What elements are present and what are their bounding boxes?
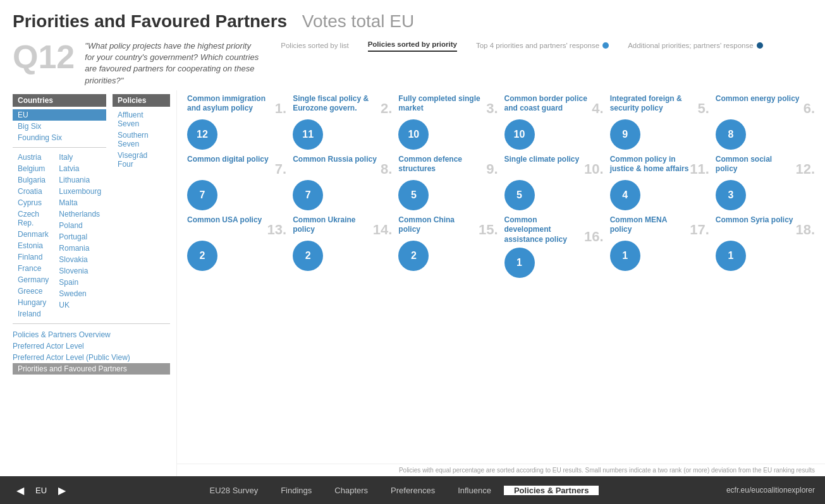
sidebar-founding-six[interactable]: Founding Six bbox=[13, 132, 106, 143]
policy-name: Common energy policy bbox=[716, 94, 800, 117]
nav-eu28[interactable]: EU28 Survey bbox=[200, 486, 269, 495]
sidebar-hungary[interactable]: Hungary bbox=[13, 297, 54, 308]
policy-cell-3[interactable]: Fully completed single market3.10 bbox=[398, 94, 498, 150]
policy-rank: 9. bbox=[486, 161, 498, 177]
sidebar-cyprus[interactable]: Cyprus bbox=[13, 197, 54, 208]
policy-rank: 14. bbox=[373, 222, 393, 238]
sidebar-sweden[interactable]: Sweden bbox=[54, 288, 106, 299]
dot-blue-icon bbox=[602, 42, 609, 49]
policy-rank: 7. bbox=[275, 161, 286, 177]
sidebar-czech[interactable]: Czech Rep. bbox=[13, 208, 54, 229]
sidebar-southern[interactable]: Southern Seven bbox=[113, 129, 170, 150]
sidebar-link-actor[interactable]: Preferred Actor Level bbox=[13, 340, 170, 352]
policy-value: 2 bbox=[293, 241, 323, 271]
sidebar-link-actor-public[interactable]: Preferred Actor Level (Public View) bbox=[13, 352, 170, 363]
policy-name: Common Russia policy bbox=[293, 155, 377, 177]
sidebar-netherlands[interactable]: Netherlands bbox=[54, 208, 106, 220]
policy-cell-9[interactable]: Common defence structures9.5 bbox=[398, 155, 498, 210]
sidebar-big-six[interactable]: Big Six bbox=[13, 121, 106, 132]
policy-cell-8[interactable]: Common Russia policy8.7 bbox=[293, 155, 392, 210]
sidebar-spain[interactable]: Spain bbox=[54, 277, 106, 288]
sidebar-belgium[interactable]: Belgium bbox=[13, 163, 54, 174]
policy-value: 1 bbox=[610, 241, 640, 271]
sidebar-romania[interactable]: Romania bbox=[54, 243, 106, 254]
policy-cell-7[interactable]: Common digital policy7.7 bbox=[187, 155, 286, 210]
sidebar-finland[interactable]: Finland bbox=[13, 251, 54, 263]
policy-cell-11[interactable]: Common policy in justice & home affairs1… bbox=[610, 155, 709, 210]
question-text: What policy projects have the highest pr… bbox=[85, 40, 262, 87]
sidebar-latvia[interactable]: Latvia bbox=[54, 163, 106, 174]
nav-prev-arrow[interactable]: ◀ bbox=[10, 484, 30, 496]
sidebar-denmark[interactable]: Denmark bbox=[13, 229, 54, 240]
policy-cell-12[interactable]: Common social policy12.3 bbox=[716, 155, 815, 210]
nav-chapters[interactable]: Chapters bbox=[324, 486, 378, 495]
policy-rank: 3. bbox=[486, 100, 498, 117]
policy-name: Common USA policy bbox=[187, 215, 262, 238]
sidebar: Countries EU Big Six Founding Six Austri… bbox=[0, 90, 177, 476]
content-area: Countries EU Big Six Founding Six Austri… bbox=[0, 90, 825, 476]
sidebar-austria[interactable]: Austria bbox=[13, 152, 54, 163]
policy-value: 1 bbox=[716, 241, 746, 271]
sidebar-italy[interactable]: Italy bbox=[54, 152, 106, 163]
policy-cell-2[interactable]: Single fiscal policy & Eurozone govern.2… bbox=[293, 94, 392, 150]
policy-rank: 4. bbox=[592, 100, 603, 117]
page-title: Priorities and Favoured Partners bbox=[13, 11, 287, 31]
policy-name: Common Ukraine policy bbox=[293, 215, 373, 238]
sidebar-lithuania[interactable]: Lithuania bbox=[54, 174, 106, 186]
app-container: Priorities and Favoured Partners Votes t… bbox=[0, 0, 825, 504]
sidebar-affluent[interactable]: Affluent Seven bbox=[113, 109, 170, 129]
sidebar-visegrad[interactable]: Visegrád Four bbox=[113, 150, 170, 170]
sidebar-france[interactable]: France bbox=[13, 263, 54, 274]
policy-value: 3 bbox=[716, 180, 746, 210]
sidebar-link-priorities[interactable]: Priorities and Favoured Partners bbox=[13, 363, 170, 375]
sidebar-ireland[interactable]: Ireland bbox=[13, 308, 54, 320]
policies-header: Policies bbox=[113, 94, 170, 107]
nav-influence[interactable]: Influence bbox=[448, 486, 501, 495]
nav-preferences[interactable]: Preferences bbox=[381, 486, 445, 495]
policy-cell-15[interactable]: Common China policy15.2 bbox=[398, 215, 498, 278]
nav-findings[interactable]: Findings bbox=[271, 486, 322, 495]
countries-col1: Austria Belgium Bulgaria Croatia Cyprus … bbox=[13, 152, 54, 320]
policy-cell-13[interactable]: Common USA policy13.2 bbox=[187, 215, 286, 278]
policy-rank: 15. bbox=[479, 222, 498, 238]
header: Priorities and Favoured Partners Votes t… bbox=[0, 0, 825, 37]
policy-cell-10[interactable]: Single climate policy10.5 bbox=[504, 155, 604, 210]
policy-cell-6[interactable]: Common energy policy6.8 bbox=[716, 94, 815, 150]
sidebar-slovakia[interactable]: Slovakia bbox=[54, 254, 106, 265]
sidebar-luxembourg[interactable]: Luxembourg bbox=[54, 186, 106, 197]
tab-additional[interactable]: Additional priorities; partners' respons… bbox=[628, 42, 762, 52]
policy-name: Common social policy bbox=[716, 155, 796, 177]
sidebar-link-overview[interactable]: Policies & Partners Overview bbox=[13, 329, 170, 340]
policy-value: 9 bbox=[610, 119, 640, 150]
sidebar-poland[interactable]: Poland bbox=[54, 220, 106, 231]
policy-cell-4[interactable]: Common border police and coast guard4.10 bbox=[504, 94, 604, 150]
tab-by-list[interactable]: Policies sorted by list bbox=[281, 42, 348, 52]
sidebar-eu[interactable]: EU bbox=[13, 109, 106, 121]
tab-top4[interactable]: Top 4 priorities and partners' response bbox=[476, 42, 609, 52]
sidebar-greece[interactable]: Greece bbox=[13, 285, 54, 297]
sidebar-bulgaria[interactable]: Bulgaria bbox=[13, 174, 54, 186]
policy-cell-1[interactable]: Common immigration and asylum policy1.12 bbox=[187, 94, 286, 150]
sidebar-portugal[interactable]: Portugal bbox=[54, 231, 106, 243]
nav-next-arrow[interactable]: ▶ bbox=[52, 484, 72, 496]
policy-cell-18[interactable]: Common Syria policy18.1 bbox=[716, 215, 815, 278]
sidebar-croatia[interactable]: Croatia bbox=[13, 186, 54, 197]
policy-rank: 6. bbox=[804, 100, 815, 117]
policy-cell-14[interactable]: Common Ukraine policy14.2 bbox=[293, 215, 392, 278]
sidebar-slovenia[interactable]: Slovenia bbox=[54, 265, 106, 277]
policy-cell-5[interactable]: Integrated foreign & security policy5.9 bbox=[610, 94, 709, 150]
sidebar-estonia[interactable]: Estonia bbox=[13, 240, 54, 251]
tab-by-priority[interactable]: Policies sorted by priority bbox=[368, 40, 457, 52]
footer-note: Policies with equal percentage are sorte… bbox=[177, 464, 825, 476]
countries-header: Countries bbox=[13, 94, 106, 107]
nav-policies[interactable]: Policies & Partners bbox=[504, 486, 599, 495]
policy-cell-17[interactable]: Common MENA policy17.1 bbox=[610, 215, 709, 278]
sidebar-uk[interactable]: UK bbox=[54, 299, 106, 311]
policy-name: Common Syria policy bbox=[716, 215, 793, 238]
policy-cell-16[interactable]: Common development assistance policy16.1 bbox=[504, 215, 604, 278]
policy-rank: 13. bbox=[267, 222, 287, 238]
policy-value: 8 bbox=[716, 119, 746, 150]
sidebar-germany[interactable]: Germany bbox=[13, 274, 54, 285]
policy-name: Common digital policy bbox=[187, 155, 269, 177]
sidebar-malta[interactable]: Malta bbox=[54, 197, 106, 208]
